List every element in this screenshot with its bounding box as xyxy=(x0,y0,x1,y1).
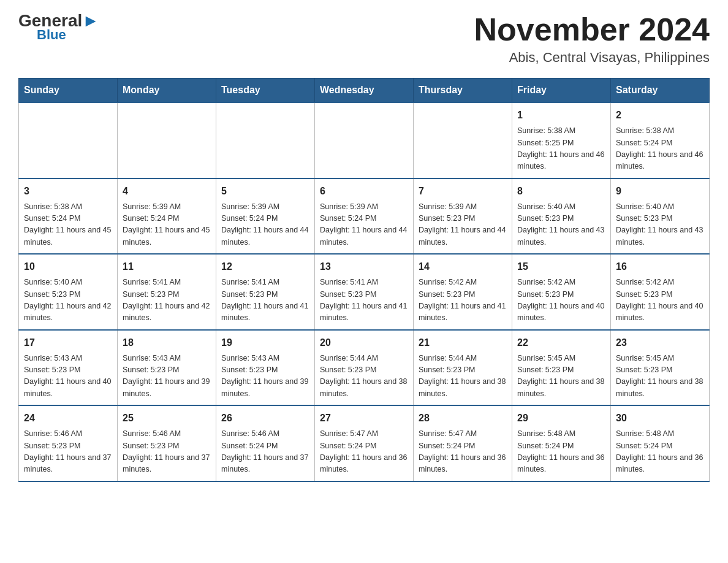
day-number: 15 xyxy=(517,259,605,274)
day-number: 19 xyxy=(221,335,309,350)
day-number: 24 xyxy=(24,411,112,426)
day-info: Sunrise: 5:38 AM Sunset: 5:24 PM Dayligh… xyxy=(24,201,112,249)
day-info: Sunrise: 5:43 AM Sunset: 5:23 PM Dayligh… xyxy=(123,353,211,400)
calendar-cell: 24Sunrise: 5:46 AM Sunset: 5:23 PM Dayli… xyxy=(19,405,118,481)
month-title: November 2024 xyxy=(474,12,710,47)
day-info: Sunrise: 5:46 AM Sunset: 5:24 PM Dayligh… xyxy=(221,428,309,476)
day-number: 26 xyxy=(221,411,309,426)
day-info: Sunrise: 5:42 AM Sunset: 5:23 PM Dayligh… xyxy=(616,277,704,324)
day-number: 28 xyxy=(419,411,507,426)
day-number: 22 xyxy=(517,335,605,350)
day-info: Sunrise: 5:47 AM Sunset: 5:24 PM Dayligh… xyxy=(419,428,507,476)
day-info: Sunrise: 5:41 AM Sunset: 5:23 PM Dayligh… xyxy=(320,277,408,324)
calendar-cell: 13Sunrise: 5:41 AM Sunset: 5:23 PM Dayli… xyxy=(315,254,414,330)
day-info: Sunrise: 5:38 AM Sunset: 5:24 PM Dayligh… xyxy=(616,125,704,173)
calendar-cell: 22Sunrise: 5:45 AM Sunset: 5:23 PM Dayli… xyxy=(512,330,611,406)
day-info: Sunrise: 5:46 AM Sunset: 5:23 PM Dayligh… xyxy=(123,428,211,476)
calendar-cell: 25Sunrise: 5:46 AM Sunset: 5:23 PM Dayli… xyxy=(118,405,216,481)
day-number: 7 xyxy=(419,184,507,199)
week-row-3: 10Sunrise: 5:40 AM Sunset: 5:23 PM Dayli… xyxy=(19,254,710,330)
day-info: Sunrise: 5:39 AM Sunset: 5:24 PM Dayligh… xyxy=(320,201,408,249)
location-text: Abis, Central Visayas, Philippines xyxy=(474,50,710,66)
day-info: Sunrise: 5:44 AM Sunset: 5:23 PM Dayligh… xyxy=(419,353,507,400)
day-info: Sunrise: 5:43 AM Sunset: 5:23 PM Dayligh… xyxy=(24,353,112,400)
day-number: 5 xyxy=(221,184,309,199)
header-saturday: Saturday xyxy=(611,79,710,103)
day-info: Sunrise: 5:40 AM Sunset: 5:23 PM Dayligh… xyxy=(517,201,605,249)
calendar-cell: 8Sunrise: 5:40 AM Sunset: 5:23 PM Daylig… xyxy=(512,178,611,255)
calendar-cell xyxy=(414,102,512,178)
day-info: Sunrise: 5:41 AM Sunset: 5:23 PM Dayligh… xyxy=(221,277,309,324)
week-row-1: 1Sunrise: 5:38 AM Sunset: 5:25 PM Daylig… xyxy=(19,102,710,178)
calendar-cell: 2Sunrise: 5:38 AM Sunset: 5:24 PM Daylig… xyxy=(611,102,710,178)
week-row-4: 17Sunrise: 5:43 AM Sunset: 5:23 PM Dayli… xyxy=(19,330,710,406)
calendar-cell: 29Sunrise: 5:48 AM Sunset: 5:24 PM Dayli… xyxy=(512,405,611,481)
calendar-cell: 7Sunrise: 5:39 AM Sunset: 5:23 PM Daylig… xyxy=(414,178,512,255)
day-info: Sunrise: 5:40 AM Sunset: 5:23 PM Dayligh… xyxy=(616,201,704,249)
day-number: 4 xyxy=(123,184,211,199)
calendar-cell: 3Sunrise: 5:38 AM Sunset: 5:24 PM Daylig… xyxy=(19,178,118,255)
day-number: 25 xyxy=(123,411,211,426)
day-info: Sunrise: 5:38 AM Sunset: 5:25 PM Dayligh… xyxy=(517,125,605,173)
day-info: Sunrise: 5:39 AM Sunset: 5:23 PM Dayligh… xyxy=(419,201,507,249)
day-number: 11 xyxy=(123,259,211,274)
day-number: 1 xyxy=(517,108,605,123)
logo-blue-text: Blue xyxy=(37,27,66,43)
day-info: Sunrise: 5:45 AM Sunset: 5:23 PM Dayligh… xyxy=(616,353,704,400)
calendar-cell xyxy=(315,102,414,178)
day-number: 6 xyxy=(320,184,408,199)
week-row-2: 3Sunrise: 5:38 AM Sunset: 5:24 PM Daylig… xyxy=(19,178,710,255)
day-number: 29 xyxy=(517,411,605,426)
day-number: 10 xyxy=(24,259,112,274)
day-info: Sunrise: 5:42 AM Sunset: 5:23 PM Dayligh… xyxy=(419,277,507,324)
day-info: Sunrise: 5:48 AM Sunset: 5:24 PM Dayligh… xyxy=(616,428,704,476)
calendar-cell: 5Sunrise: 5:39 AM Sunset: 5:24 PM Daylig… xyxy=(216,178,315,255)
page-header: General► Blue November 2024 Abis, Centra… xyxy=(18,12,710,66)
day-number: 12 xyxy=(221,259,309,274)
calendar-cell: 20Sunrise: 5:44 AM Sunset: 5:23 PM Dayli… xyxy=(315,330,414,406)
day-info: Sunrise: 5:41 AM Sunset: 5:23 PM Dayligh… xyxy=(123,277,211,324)
header-tuesday: Tuesday xyxy=(216,79,315,103)
calendar-table: SundayMondayTuesdayWednesdayThursdayFrid… xyxy=(18,78,710,482)
calendar-header-row: SundayMondayTuesdayWednesdayThursdayFrid… xyxy=(19,79,710,103)
calendar-cell: 26Sunrise: 5:46 AM Sunset: 5:24 PM Dayli… xyxy=(216,405,315,481)
day-number: 16 xyxy=(616,259,704,274)
title-block: November 2024 Abis, Central Visayas, Phi… xyxy=(474,12,710,66)
day-number: 30 xyxy=(616,411,704,426)
calendar-cell: 10Sunrise: 5:40 AM Sunset: 5:23 PM Dayli… xyxy=(19,254,118,330)
calendar-cell: 9Sunrise: 5:40 AM Sunset: 5:23 PM Daylig… xyxy=(611,178,710,255)
calendar-cell: 6Sunrise: 5:39 AM Sunset: 5:24 PM Daylig… xyxy=(315,178,414,255)
calendar-cell: 21Sunrise: 5:44 AM Sunset: 5:23 PM Dayli… xyxy=(414,330,512,406)
day-info: Sunrise: 5:39 AM Sunset: 5:24 PM Dayligh… xyxy=(221,201,309,249)
day-info: Sunrise: 5:45 AM Sunset: 5:23 PM Dayligh… xyxy=(517,353,605,400)
header-monday: Monday xyxy=(118,79,216,103)
day-number: 21 xyxy=(419,335,507,350)
calendar-cell xyxy=(19,102,118,178)
day-info: Sunrise: 5:43 AM Sunset: 5:23 PM Dayligh… xyxy=(221,353,309,400)
calendar-cell: 16Sunrise: 5:42 AM Sunset: 5:23 PM Dayli… xyxy=(611,254,710,330)
calendar-cell: 15Sunrise: 5:42 AM Sunset: 5:23 PM Dayli… xyxy=(512,254,611,330)
day-number: 18 xyxy=(123,335,211,350)
header-friday: Friday xyxy=(512,79,611,103)
day-info: Sunrise: 5:42 AM Sunset: 5:23 PM Dayligh… xyxy=(517,277,605,324)
calendar-cell: 12Sunrise: 5:41 AM Sunset: 5:23 PM Dayli… xyxy=(216,254,315,330)
day-info: Sunrise: 5:46 AM Sunset: 5:23 PM Dayligh… xyxy=(24,428,112,476)
day-number: 8 xyxy=(517,184,605,199)
day-number: 17 xyxy=(24,335,112,350)
logo-arrow-icon: ► xyxy=(82,11,99,30)
calendar-cell: 23Sunrise: 5:45 AM Sunset: 5:23 PM Dayli… xyxy=(611,330,710,406)
day-info: Sunrise: 5:47 AM Sunset: 5:24 PM Dayligh… xyxy=(320,428,408,476)
logo: General► Blue xyxy=(18,12,99,43)
day-number: 3 xyxy=(24,184,112,199)
header-wednesday: Wednesday xyxy=(315,79,414,103)
calendar-cell xyxy=(216,102,315,178)
calendar-cell: 17Sunrise: 5:43 AM Sunset: 5:23 PM Dayli… xyxy=(19,330,118,406)
calendar-cell: 14Sunrise: 5:42 AM Sunset: 5:23 PM Dayli… xyxy=(414,254,512,330)
day-info: Sunrise: 5:44 AM Sunset: 5:23 PM Dayligh… xyxy=(320,353,408,400)
day-number: 20 xyxy=(320,335,408,350)
calendar-cell: 19Sunrise: 5:43 AM Sunset: 5:23 PM Dayli… xyxy=(216,330,315,406)
calendar-cell xyxy=(118,102,216,178)
calendar-cell: 27Sunrise: 5:47 AM Sunset: 5:24 PM Dayli… xyxy=(315,405,414,481)
calendar-cell: 28Sunrise: 5:47 AM Sunset: 5:24 PM Dayli… xyxy=(414,405,512,481)
day-info: Sunrise: 5:48 AM Sunset: 5:24 PM Dayligh… xyxy=(517,428,605,476)
